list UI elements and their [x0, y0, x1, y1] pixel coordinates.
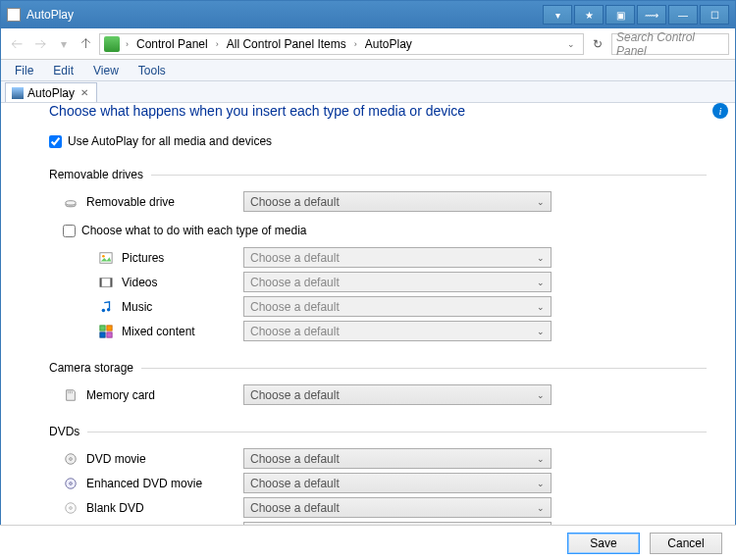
info-icon[interactable]: i [712, 103, 728, 119]
content-area: i Choose what happens when you insert ea… [0, 103, 736, 525]
win-btn-tool2-icon[interactable]: ⟿ [637, 5, 666, 25]
chevron-right-icon[interactable]: › [352, 39, 359, 49]
autoplay-icon [12, 87, 24, 99]
chevron-right-icon[interactable]: › [214, 39, 221, 49]
removable-drive-label: Removable drive [86, 195, 243, 209]
menubar: File Edit View Tools [1, 60, 735, 81]
dvd-movie-select[interactable]: Choose a default⌄ [243, 448, 552, 469]
enhanced-dvd-label: Enhanced DVD movie [86, 477, 243, 490]
menu-view[interactable]: View [85, 62, 127, 79]
removable-drive-icon [63, 194, 79, 210]
group-camera-label: Camera storage [49, 361, 133, 375]
svg-rect-11 [100, 331, 105, 336]
dvd-movie-icon [63, 451, 79, 467]
refresh-button[interactable]: ↻ [588, 34, 607, 54]
svg-rect-13 [68, 390, 69, 393]
svg-point-19 [70, 482, 73, 484]
pictures-icon [98, 250, 114, 266]
menu-tools[interactable]: Tools [131, 62, 174, 79]
back-button[interactable]: 🡠 [7, 34, 26, 54]
cancel-button[interactable]: Cancel [650, 533, 722, 554]
history-dropdown-icon[interactable]: ▾ [54, 34, 74, 54]
tab-label: AutoPlay [27, 86, 75, 100]
memory-card-icon [63, 387, 79, 403]
enhanced-dvd-select[interactable]: Choose a default⌄ [243, 473, 552, 493]
svg-rect-2 [100, 252, 112, 263]
chevron-right-icon[interactable]: › [124, 39, 131, 49]
breadcrumb-mid[interactable]: All Control Panel Items [225, 37, 348, 51]
address-dropdown-icon[interactable]: ⌄ [563, 39, 579, 49]
address-bar[interactable]: › Control Panel › All Control Panel Item… [99, 33, 584, 55]
music-icon [98, 299, 114, 315]
svg-point-7 [102, 308, 106, 312]
use-autoplay-label: Use AutoPlay for all media and devices [68, 134, 272, 148]
svg-rect-9 [100, 325, 105, 330]
win-btn-star-icon[interactable]: ★ [574, 5, 604, 25]
group-dvds-label: DVDs [49, 425, 79, 438]
blank-dvd-label: Blank DVD [86, 501, 243, 515]
app-icon [7, 8, 21, 22]
window-buttons: ▾ ★ ▣ ⟿ — ☐ [543, 5, 729, 25]
win-btn-dropdown-icon[interactable]: ▾ [543, 5, 572, 25]
page-headline: Choose what happens when you insert each… [49, 103, 736, 132]
control-panel-icon [104, 36, 120, 52]
menu-file[interactable]: File [7, 62, 41, 79]
chevron-down-icon: ⌄ [537, 479, 545, 488]
music-label: Music [122, 300, 243, 314]
group-removable-drives: Removable drives [49, 168, 736, 181]
chevron-down-icon: ⌄ [537, 253, 545, 263]
breadcrumb-leaf[interactable]: AutoPlay [363, 37, 414, 51]
up-button[interactable]: 🡡 [78, 35, 95, 53]
removable-drive-select[interactable]: Choose a default⌄ [243, 191, 552, 212]
svg-point-21 [70, 506, 73, 509]
menu-edit[interactable]: Edit [45, 62, 81, 79]
memory-card-label: Memory card [86, 388, 243, 402]
choose-type-label: Choose what to do with each type of medi… [81, 224, 306, 237]
svg-point-8 [107, 307, 111, 311]
minimize-button[interactable]: — [668, 5, 698, 25]
blank-dvd-select[interactable]: Choose a default⌄ [243, 497, 552, 518]
footer: Save Cancel [0, 525, 736, 560]
svg-rect-12 [107, 331, 112, 336]
tab-autoplay[interactable]: AutoPlay ✕ [5, 82, 97, 102]
music-select[interactable]: Choose a default⌄ [243, 296, 552, 317]
svg-point-1 [66, 200, 77, 204]
mixed-content-icon [98, 324, 114, 339]
tabbar: AutoPlay ✕ [1, 81, 735, 103]
window-title: AutoPlay [26, 8, 543, 22]
memory-card-select[interactable]: Choose a default⌄ [243, 384, 552, 405]
save-button[interactable]: Save [567, 533, 640, 554]
group-dvds: DVDs [49, 425, 736, 438]
chevron-down-icon: ⌄ [537, 197, 545, 207]
chevron-down-icon: ⌄ [537, 454, 545, 464]
mixed-content-label: Mixed content [122, 325, 243, 338]
use-autoplay-checkbox[interactable] [49, 135, 62, 148]
group-camera-storage: Camera storage [49, 361, 736, 375]
search-input[interactable]: Search Control Panel [611, 33, 729, 55]
chevron-down-icon: ⌄ [537, 503, 545, 513]
tab-close-button[interactable]: ✕ [79, 87, 90, 98]
videos-icon [98, 275, 114, 290]
dvd-movie-label: DVD movie [86, 452, 243, 466]
pictures-label: Pictures [122, 251, 243, 265]
forward-button[interactable]: 🡢 [30, 34, 50, 54]
search-placeholder: Search Control Panel [616, 30, 724, 58]
pictures-select[interactable]: Choose a default⌄ [243, 247, 552, 268]
navbar: 🡠 🡢 ▾ 🡡 › Control Panel › All Control Pa… [1, 28, 735, 60]
mixed-content-select[interactable]: Choose a default⌄ [243, 321, 552, 341]
chevron-down-icon: ⌄ [537, 327, 545, 336]
choose-type-checkbox[interactable] [63, 225, 76, 237]
svg-rect-5 [100, 278, 102, 286]
maximize-button[interactable]: ☐ [700, 5, 729, 25]
breadcrumb-root[interactable]: Control Panel [134, 37, 210, 51]
videos-label: Videos [122, 276, 243, 289]
win-btn-tool1-icon[interactable]: ▣ [605, 5, 635, 25]
videos-select[interactable]: Choose a default⌄ [243, 272, 552, 292]
blank-dvd-icon [63, 500, 79, 516]
svg-rect-10 [107, 325, 112, 330]
chevron-down-icon: ⌄ [537, 302, 545, 312]
svg-rect-15 [72, 390, 73, 393]
svg-point-17 [70, 457, 73, 460]
svg-point-3 [102, 254, 105, 257]
chevron-down-icon: ⌄ [537, 278, 545, 287]
